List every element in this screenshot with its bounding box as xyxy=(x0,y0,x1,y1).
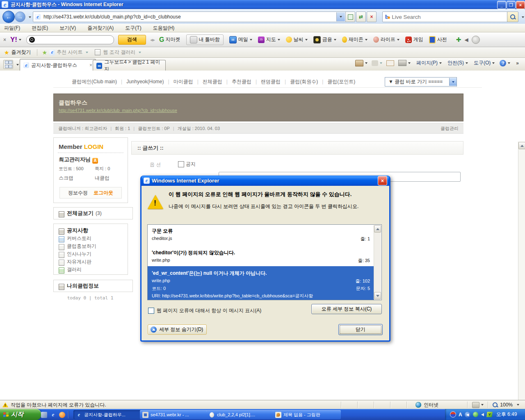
menu-tools[interactable]: 도구(T) xyxy=(125,25,141,32)
nav-by-points[interactable]: 클럽(포인트) xyxy=(327,78,355,85)
club-admin-link[interactable]: 클럽관리 xyxy=(441,126,459,132)
quicklaunch-app-icon[interactable] xyxy=(59,412,65,418)
yahoo-search-button[interactable]: 검색 xyxy=(118,35,146,45)
home-icon[interactable] xyxy=(355,60,363,66)
yahoo-item-mail[interactable]: ✉ 메일 xyxy=(229,36,252,43)
stop-button[interactable]: × xyxy=(367,11,377,22)
help-icon[interactable]: ? xyxy=(500,60,506,66)
board-item-freeboard[interactable]: 자유게시판 xyxy=(59,258,91,265)
sidebar-scrap-link[interactable]: 스크랩 xyxy=(59,175,73,182)
menu-file[interactable]: 파일(F) xyxy=(4,25,20,32)
search-options-dropdown-icon[interactable] xyxy=(522,16,524,18)
zoom-level[interactable]: 100% xyxy=(500,402,513,408)
logout-button[interactable]: 로그아웃 xyxy=(94,189,113,196)
task-button-paint[interactable]: 제목 없음 - 그림판 xyxy=(273,410,341,419)
yahoo-search-input[interactable] xyxy=(37,36,111,43)
dialog-close-action-button[interactable]: 닫기 xyxy=(338,324,383,335)
error-entry-2[interactable]: 'cheditor'이(가) 정의되지 않았습니다. write.php줄: 3… xyxy=(148,244,374,266)
tab-close-icon[interactable]: × xyxy=(89,62,92,68)
show-desktop-icon[interactable] xyxy=(41,412,47,418)
yahoo-search-box[interactable] xyxy=(26,35,114,44)
url-input[interactable] xyxy=(43,14,336,20)
status-warning-icon[interactable]: ! xyxy=(2,402,8,407)
chevron-more-icon[interactable]: » xyxy=(516,60,519,66)
read-mail-icon[interactable] xyxy=(386,60,394,66)
address-dropdown-button[interactable] xyxy=(336,12,345,21)
task-button-clubhouse[interactable]: e 공지사항-클럽하우... xyxy=(73,410,142,419)
live-search-field[interactable]: b xyxy=(382,11,509,22)
nav-home[interactable]: Junhyeok(Home) xyxy=(126,79,164,84)
tab-clubhouse[interactable]: e 공지사항-클럽하우스 × xyxy=(20,59,96,71)
view-all-posts-box[interactable]: 전체글보기 (3) xyxy=(53,207,133,219)
list-scroll-up[interactable] xyxy=(374,225,381,233)
sidebar-myclub-link[interactable]: 내클럽 xyxy=(95,175,110,182)
sidebar-memo[interactable]: 쪽지 : 0 xyxy=(95,166,110,172)
nav-random[interactable]: 랜덤클럽 xyxy=(261,78,281,85)
gear-icon[interactable] xyxy=(472,36,480,44)
club-quick-go-select[interactable]: ▼ 클럽 바로 가기 ===== xyxy=(385,77,457,87)
close-button[interactable]: × xyxy=(516,1,525,9)
address-field[interactable]: e xyxy=(33,11,347,22)
menu-view[interactable]: 보기(V) xyxy=(59,25,76,32)
yahoo-item-gmarket[interactable]: G 지마켓 xyxy=(159,36,180,43)
start-button[interactable]: 시작 xyxy=(0,409,41,420)
add-favorite-icon[interactable]: ★ xyxy=(42,49,48,56)
my-club-info-box[interactable]: 나의클럽정보 xyxy=(53,280,133,292)
yahoo-item-dictionary[interactable]: 사전 xyxy=(429,36,447,43)
print-icon[interactable] xyxy=(398,60,406,66)
error-entry-3-selected[interactable]: 'ed_wr_content'은(는) null 이거나 개체가 아닙니다. w… xyxy=(148,266,374,300)
yahoo-item-finance[interactable]: 금융 xyxy=(313,36,336,43)
volume-icon[interactable] xyxy=(481,413,484,416)
page-menu-button[interactable]: 페이지(P) xyxy=(416,59,442,66)
yahoo-item-weather[interactable]: 날씨 xyxy=(286,36,308,43)
menu-favorites[interactable]: 즐겨찾기(A) xyxy=(87,25,114,32)
feeds-icon[interactable] xyxy=(372,60,378,66)
nav-club-main[interactable]: 클럽메인(Club main) xyxy=(72,78,117,85)
task-button-club-archive[interactable]: club_2,2,4 pl2[1].... xyxy=(206,410,274,419)
quicklaunch-ie-icon[interactable]: e xyxy=(50,412,56,418)
refresh-button[interactable]: ⇄ xyxy=(356,11,366,22)
compatibility-view-button[interactable] xyxy=(345,11,355,22)
board-item-coverstory[interactable]: 커버스토리 xyxy=(59,235,91,242)
back-button[interactable]: ← xyxy=(2,11,15,23)
scroll-up-button[interactable] xyxy=(518,142,525,149)
favorites-button[interactable]: 즐겨찾기 xyxy=(11,49,31,56)
yahoo-logo-icon[interactable]: Y! xyxy=(10,36,17,44)
suggested-sites-button[interactable]: 추천 사이트 xyxy=(57,49,82,56)
web-slices-button[interactable]: 웹 조각 갤러리 xyxy=(103,49,135,56)
tab-gnuboard[interactable]: ∞ 그누보드4 > 클럽2 1 페이지 xyxy=(93,60,166,71)
board-item-notice[interactable]: 공지사항 xyxy=(59,227,88,234)
yahoo-item-map[interactable]: 가 지도 xyxy=(258,36,280,43)
minimize-button[interactable]: _ xyxy=(497,1,506,9)
window-titlebar[interactable]: e 공지사항-클럽하우스 - Windows Internet Explorer… xyxy=(0,0,525,9)
yahoo-item-funzone[interactable]: 재미존 xyxy=(342,36,368,43)
hide-tray-icons-icon[interactable]: ◀ xyxy=(465,412,470,418)
club-banner-url[interactable]: http://se4731.webr.kr/club/club_main.php… xyxy=(59,108,177,113)
yahoo-item-mytoolbar[interactable]: 내 툴바함 xyxy=(186,34,224,45)
collapse-toolbar-icon[interactable]: ◀ xyxy=(464,37,468,43)
quick-tabs-icon[interactable] xyxy=(3,60,13,69)
board-item-greetings[interactable]: 인사나누기 xyxy=(59,251,91,258)
live-search-input[interactable] xyxy=(391,14,507,21)
safety-menu-button[interactable]: 안전(S) xyxy=(447,59,468,66)
search-go-button[interactable] xyxy=(507,11,518,22)
nav-all-clubs[interactable]: 전체클럽 xyxy=(203,78,222,85)
yahoo-item-life[interactable]: 라이프 xyxy=(373,36,399,43)
error-list-scrollbar[interactable] xyxy=(374,225,381,299)
toolbar-close-icon[interactable]: × xyxy=(3,37,6,43)
copy-error-details-button[interactable]: 오류 세부 정보 복사(C) xyxy=(311,304,382,314)
yahoo-item-game[interactable]: 게임 xyxy=(405,36,423,43)
tools-menu-button[interactable]: 도구(O) xyxy=(474,59,495,66)
menu-edit[interactable]: 편집(E) xyxy=(32,25,48,32)
dialog-titlebar[interactable]: e Windows Internet Explorer × xyxy=(142,176,389,186)
restore-button[interactable]: ❐ xyxy=(507,1,516,9)
ime-korean-icon[interactable] xyxy=(450,411,456,418)
tab-list-dropdown-icon[interactable] xyxy=(16,64,19,66)
nav-by-members[interactable]: 클럽(회원수) xyxy=(290,78,318,85)
forward-button[interactable]: → xyxy=(15,11,25,22)
edit-info-button[interactable]: 정보수정 xyxy=(68,189,88,196)
dialog-close-button[interactable]: × xyxy=(378,176,387,185)
v3-antivirus-icon[interactable]: V xyxy=(486,412,493,417)
list-scroll-down[interactable] xyxy=(374,292,381,299)
ime-a-icon[interactable]: A xyxy=(459,412,462,418)
